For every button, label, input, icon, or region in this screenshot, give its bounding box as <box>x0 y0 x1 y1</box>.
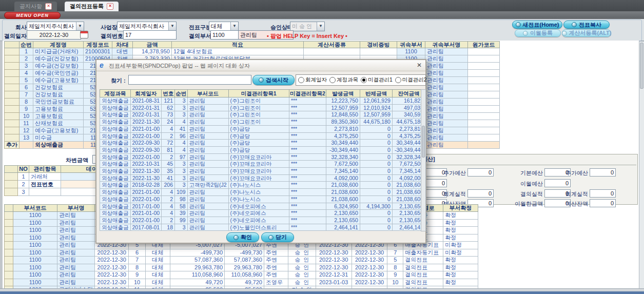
chevron-down-icon[interactable]: ▼ <box>168 22 176 31</box>
table-row[interactable]: 외상매출금2022-10-31453관리팀(주)꼬매요코리아***7,672,5… <box>100 161 425 168</box>
cell: 2 <box>19 55 33 63</box>
table-row[interactable]: 외상매출금2022-01-31733관리팀(주)그린조이***12,848,55… <box>100 111 425 119</box>
button-bullet-icon <box>233 235 239 240</box>
table-row[interactable]: 1100관리팀2022-12-3010대체49,72049,720조영우승 인2… <box>5 279 478 286</box>
cell: 3 <box>175 174 188 182</box>
cell: 97 <box>175 153 188 161</box>
cell <box>5 127 19 134</box>
radio-1[interactable]: 회계일자 <box>298 76 327 84</box>
table-row[interactable]: 외상매출금2022-09-30814관리팀(주)금당***-30,349,440… <box>100 146 425 153</box>
table-row[interactable]: 외상매출금2021-08-311213관리팀(주)그린조이***12,223,7… <box>100 97 425 105</box>
new-slip-button[interactable]: 새전표(Home) <box>512 21 562 29</box>
vertical-scrollbar[interactable] <box>639 41 644 289</box>
search-start-button[interactable]: 검색시작 <box>252 75 295 85</box>
table-row[interactable]: 외상매출금2022-01-00296관리팀(주)금당***4,375,25004… <box>100 132 425 140</box>
radio-icon[interactable] <box>361 77 367 83</box>
calendar-icon[interactable] <box>80 31 88 38</box>
table-row[interactable]: 외상매출금2018-02-282063고객만족2팀(J2(주)나노시스***21… <box>100 182 425 189</box>
cell: 2022-11-30 <box>130 174 162 182</box>
cell: 7 <box>387 249 403 257</box>
dialog-title-bar[interactable]: e 전표세부항목(SPNDCDPop) 팝업 -- 웹 페이지 대화 상자 ✕ <box>96 60 425 71</box>
table-row[interactable]: 1100관리팀2022-12-307대체57,087,36057,087,360… <box>5 257 478 264</box>
column-header: 회계일자 <box>130 90 162 97</box>
budget-field-label: 추가예산 <box>441 169 466 177</box>
table-row[interactable]: 외상매출금2017-01-00458관리팀(주)네오피에스***6,324,95… <box>100 203 425 210</box>
radio-3[interactable]: 미결관리1 <box>361 76 393 84</box>
table-row[interactable]: 외상매출금2022-09-30724관리팀(주)금당***30,349,4400… <box>100 140 425 147</box>
table-row[interactable]: 외상매출금2021-01-00439관리팀(주)네오피에스***2,130,65… <box>100 210 425 217</box>
table-row[interactable]: 1미지급금(거래처)21000301대변14,378,95012월 4대보험료1… <box>5 48 500 55</box>
cell: 1100 <box>13 264 57 271</box>
table-row[interactable]: 외상매출금2022-11-30244관리팀(주)그린조이***89,350,36… <box>100 119 425 126</box>
tab-close-icon[interactable]: ✕ <box>107 3 113 10</box>
close-icon[interactable]: ✕ <box>417 62 422 69</box>
budget-amount-field[interactable]: 0 <box>467 189 494 198</box>
slip-date-field[interactable]: 2022-12-30 <box>27 30 81 40</box>
budget-amount-field[interactable]: 0 <box>590 168 616 177</box>
cell: 주엔 <box>264 257 288 264</box>
site-label: 사업장 <box>101 24 118 31</box>
cell: 4,092,000 <box>326 174 360 182</box>
table-row[interactable]: 외상매출금2021-01-004109관리팀(주)나노시스***21,038,6… <box>100 189 425 196</box>
table-row[interactable]: 외상매출금2022-01-00298관리팀(주)나노시스***21,038,60… <box>100 195 425 203</box>
chevron-down-icon[interactable]: ▼ <box>76 22 84 31</box>
table-row[interactable]: 1100관리팀2022-12-309대체110,058,960110,058,9… <box>5 271 478 279</box>
table-row[interactable]: 외상매출금2021-01-00441관리팀(주)금당***2,273,81002… <box>100 125 425 132</box>
cell <box>467 55 499 63</box>
table-row[interactable]: 외상매출금2017-08-01183관리팀(주)노블인더스트리***2,464,… <box>100 224 425 231</box>
tab-notice[interactable]: 공지사항 ✕ <box>14 2 57 11</box>
button-bullet-icon <box>572 22 577 27</box>
radio-4[interactable]: 미결관리2 <box>395 76 427 84</box>
radio-icon[interactable] <box>395 77 401 83</box>
cell: 외상매출금 <box>33 142 84 149</box>
cell: 2022-12-30 <box>352 264 387 271</box>
table-row[interactable]: 외상매출금2022-11-30353관리팀(주)꼬매요코리아***7,345,1… <box>100 168 425 175</box>
find-input[interactable] <box>128 75 251 85</box>
confirm-button[interactable]: 확인 <box>226 232 259 242</box>
cell: 예수금(건강보험) <box>33 63 84 70</box>
table-row[interactable]: 1100관리팀2022-12-308대체29,963,78029,963,780… <box>5 264 478 271</box>
tab-bar: 공지사항 ✕ 결의전표등록 ✕ <box>0 0 644 11</box>
cell: 12,010,924 <box>360 104 392 111</box>
budget-amount-field[interactable]: 0 <box>544 179 571 187</box>
cell: 2022-12-31 <box>316 271 352 279</box>
radio-icon[interactable] <box>329 77 336 83</box>
copy-slip-label: 전표복사 <box>579 21 601 29</box>
modal-scrollbar[interactable] <box>421 89 426 231</box>
tab-close-icon[interactable]: ✕ <box>45 3 52 10</box>
radio-2[interactable]: 계정과목 <box>329 76 358 84</box>
slip-dept-code-input[interactable]: 1100 <box>210 30 240 40</box>
cell: 대체 <box>145 271 170 279</box>
budget-amount-field[interactable]: 0 <box>467 168 494 177</box>
cell: *** <box>289 224 326 231</box>
table-row[interactable]: 1100관리팀2022-12-306대체-499,730-499,730주엔승 … <box>5 249 478 257</box>
cell: -30,349,440 <box>392 146 425 153</box>
open-items-table[interactable]: 계정과목회계일자번호순번부서코드미결관리항목1미결관리항목2발생금액반제금액잔여… <box>100 89 425 231</box>
scrollbar-thumb[interactable] <box>640 43 643 89</box>
tab-slip-registration[interactable]: 결의전표등록 ✕ <box>65 2 119 11</box>
budget-amount-field[interactable]: 0 <box>590 189 616 198</box>
cell <box>5 48 19 55</box>
radio-icon[interactable] <box>298 77 304 83</box>
table-row[interactable]: 외상매출금2022-01-00299관리팀(주)네오피에스***2,130,65… <box>100 217 425 224</box>
copy-slip-button[interactable]: 전표복사 <box>563 21 610 29</box>
cell: 3 <box>175 97 188 105</box>
close-button[interactable]: 닫기 <box>261 232 294 242</box>
slip-no-input[interactable]: 17 <box>123 30 177 40</box>
menu-open-button[interactable]: MENU OPEN <box>4 12 61 19</box>
table-row[interactable]: 외상매출금2022-11-30413관리팀(주)꼬매요코리아***4,092,0… <box>100 174 425 182</box>
budget-amount-field[interactable]: 0 <box>590 199 616 207</box>
cell: 승 인 <box>288 249 316 257</box>
cell: 5 <box>19 77 33 84</box>
cell: 2,130,650 <box>326 217 360 224</box>
modal-scrollbar-thumb[interactable] <box>422 126 425 158</box>
cell: 161,821 <box>392 97 425 105</box>
cell: 관리팀 <box>187 189 228 196</box>
table-row[interactable]: 외상매출금2022-01-00297관리팀(주)꼬매요코리아***32,328,… <box>100 153 425 161</box>
cell: 관리팀 <box>187 132 228 140</box>
table-row[interactable]: 외상매출금2022-01-31623관리팀(주)그린조이***12,507,95… <box>100 104 425 111</box>
search-start-label: 검색시작 <box>266 76 288 84</box>
chevron-down-icon[interactable]: ▼ <box>230 22 238 31</box>
cell: 4 <box>162 189 175 196</box>
cell: 110,058,960 <box>225 271 264 279</box>
